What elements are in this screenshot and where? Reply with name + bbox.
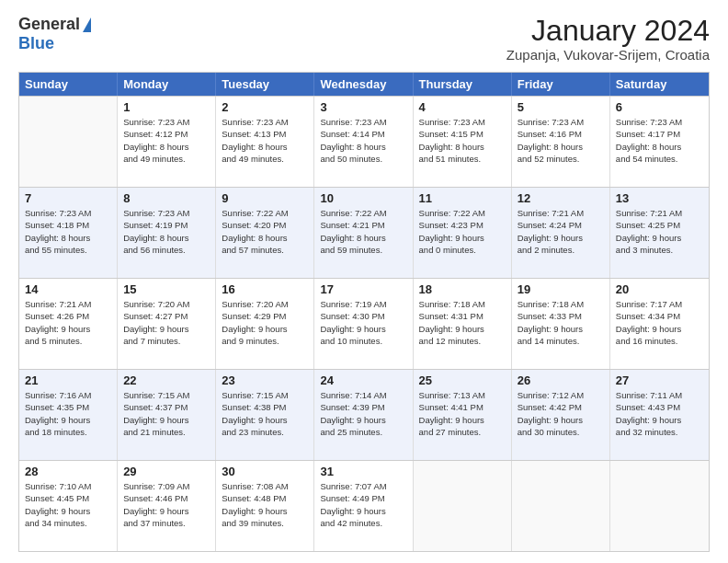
day-cell-11: 11Sunrise: 7:22 AM Sunset: 4:23 PM Dayli…	[414, 188, 512, 278]
day-info: Sunrise: 7:18 AM Sunset: 4:33 PM Dayligh…	[518, 298, 604, 347]
day-info: Sunrise: 7:15 AM Sunset: 4:37 PM Dayligh…	[123, 389, 210, 438]
day-cell-28: 28Sunrise: 7:10 AM Sunset: 4:45 PM Dayli…	[19, 461, 118, 551]
logo-blue-text: Blue	[18, 34, 54, 53]
day-number: 19	[518, 282, 604, 296]
empty-cell	[414, 461, 512, 551]
day-cell-27: 27Sunrise: 7:11 AM Sunset: 4:43 PM Dayli…	[610, 370, 709, 460]
header-cell-sunday: Sunday	[19, 73, 118, 96]
day-cell-21: 21Sunrise: 7:16 AM Sunset: 4:35 PM Dayli…	[19, 370, 118, 460]
calendar-row-5: 28Sunrise: 7:10 AM Sunset: 4:45 PM Dayli…	[19, 460, 709, 551]
day-info: Sunrise: 7:19 AM Sunset: 4:30 PM Dayligh…	[320, 298, 406, 347]
day-number: 22	[123, 373, 210, 387]
header-cell-tuesday: Tuesday	[216, 73, 314, 96]
day-info: Sunrise: 7:13 AM Sunset: 4:41 PM Dayligh…	[419, 389, 506, 438]
day-info: Sunrise: 7:23 AM Sunset: 4:15 PM Dayligh…	[419, 116, 506, 165]
page: General Blue January 2024 Zupanja, Vukov…	[0, 0, 728, 563]
day-cell-23: 23Sunrise: 7:15 AM Sunset: 4:38 PM Dayli…	[216, 370, 314, 460]
day-number: 25	[419, 373, 506, 387]
day-number: 31	[320, 465, 406, 478]
day-number: 23	[222, 373, 308, 387]
day-number: 12	[518, 191, 604, 205]
day-number: 20	[616, 282, 703, 296]
day-cell-14: 14Sunrise: 7:21 AM Sunset: 4:26 PM Dayli…	[19, 279, 118, 369]
day-number: 7	[25, 191, 111, 205]
day-number: 9	[222, 191, 308, 205]
logo-triangle-icon	[83, 17, 91, 32]
day-cell-25: 25Sunrise: 7:13 AM Sunset: 4:41 PM Dayli…	[414, 370, 512, 460]
day-info: Sunrise: 7:21 AM Sunset: 4:24 PM Dayligh…	[518, 207, 604, 256]
day-info: Sunrise: 7:12 AM Sunset: 4:42 PM Dayligh…	[518, 389, 604, 438]
day-cell-10: 10Sunrise: 7:22 AM Sunset: 4:21 PM Dayli…	[314, 188, 413, 278]
calendar-row-2: 7Sunrise: 7:23 AM Sunset: 4:18 PM Daylig…	[19, 187, 709, 278]
day-cell-16: 16Sunrise: 7:20 AM Sunset: 4:29 PM Dayli…	[216, 279, 314, 369]
day-info: Sunrise: 7:22 AM Sunset: 4:20 PM Dayligh…	[222, 207, 308, 256]
day-cell-12: 12Sunrise: 7:21 AM Sunset: 4:24 PM Dayli…	[512, 188, 610, 278]
day-info: Sunrise: 7:14 AM Sunset: 4:39 PM Dayligh…	[320, 389, 406, 438]
day-info: Sunrise: 7:10 AM Sunset: 4:45 PM Dayligh…	[25, 480, 111, 529]
day-info: Sunrise: 7:20 AM Sunset: 4:29 PM Dayligh…	[222, 298, 308, 347]
day-info: Sunrise: 7:22 AM Sunset: 4:23 PM Dayligh…	[419, 207, 506, 256]
day-number: 29	[123, 465, 210, 478]
day-info: Sunrise: 7:22 AM Sunset: 4:21 PM Dayligh…	[320, 207, 406, 256]
day-info: Sunrise: 7:16 AM Sunset: 4:35 PM Dayligh…	[25, 389, 111, 438]
day-number: 1	[123, 100, 210, 114]
calendar-body: 1Sunrise: 7:23 AM Sunset: 4:12 PM Daylig…	[19, 96, 709, 551]
day-number: 10	[320, 191, 406, 205]
day-cell-7: 7Sunrise: 7:23 AM Sunset: 4:18 PM Daylig…	[19, 188, 118, 278]
day-cell-17: 17Sunrise: 7:19 AM Sunset: 4:30 PM Dayli…	[314, 279, 413, 369]
day-cell-26: 26Sunrise: 7:12 AM Sunset: 4:42 PM Dayli…	[512, 370, 610, 460]
logo: General Blue	[18, 15, 91, 53]
calendar-row-4: 21Sunrise: 7:16 AM Sunset: 4:35 PM Dayli…	[19, 369, 709, 460]
day-info: Sunrise: 7:23 AM Sunset: 4:17 PM Dayligh…	[616, 116, 703, 165]
day-cell-24: 24Sunrise: 7:14 AM Sunset: 4:39 PM Dayli…	[314, 370, 413, 460]
day-cell-6: 6Sunrise: 7:23 AM Sunset: 4:17 PM Daylig…	[610, 97, 709, 187]
day-number: 17	[320, 282, 406, 296]
day-cell-2: 2Sunrise: 7:23 AM Sunset: 4:13 PM Daylig…	[216, 97, 314, 187]
day-number: 14	[25, 282, 111, 296]
day-info: Sunrise: 7:23 AM Sunset: 4:18 PM Dayligh…	[25, 207, 111, 256]
day-number: 18	[419, 282, 506, 296]
day-cell-5: 5Sunrise: 7:23 AM Sunset: 4:16 PM Daylig…	[512, 97, 610, 187]
day-number: 6	[616, 100, 703, 114]
day-cell-31: 31Sunrise: 7:07 AM Sunset: 4:49 PM Dayli…	[314, 461, 413, 551]
day-number: 8	[123, 191, 210, 205]
day-cell-20: 20Sunrise: 7:17 AM Sunset: 4:34 PM Dayli…	[610, 279, 709, 369]
day-info: Sunrise: 7:23 AM Sunset: 4:14 PM Dayligh…	[320, 116, 406, 165]
day-number: 30	[222, 465, 308, 478]
day-number: 16	[222, 282, 308, 296]
day-info: Sunrise: 7:11 AM Sunset: 4:43 PM Dayligh…	[616, 389, 703, 438]
day-cell-4: 4Sunrise: 7:23 AM Sunset: 4:15 PM Daylig…	[414, 97, 512, 187]
calendar-row-3: 14Sunrise: 7:21 AM Sunset: 4:26 PM Dayli…	[19, 278, 709, 369]
day-number: 2	[222, 100, 308, 114]
header: General Blue January 2024 Zupanja, Vukov…	[18, 15, 710, 63]
day-number: 21	[25, 373, 111, 387]
empty-cell	[512, 461, 610, 551]
day-info: Sunrise: 7:15 AM Sunset: 4:38 PM Dayligh…	[222, 389, 308, 438]
day-number: 3	[320, 100, 406, 114]
day-number: 26	[518, 373, 604, 387]
day-info: Sunrise: 7:21 AM Sunset: 4:25 PM Dayligh…	[616, 207, 703, 256]
day-info: Sunrise: 7:23 AM Sunset: 4:16 PM Dayligh…	[518, 116, 604, 165]
day-cell-18: 18Sunrise: 7:18 AM Sunset: 4:31 PM Dayli…	[414, 279, 512, 369]
header-cell-monday: Monday	[118, 73, 216, 96]
empty-cell	[19, 97, 118, 187]
day-number: 28	[25, 465, 111, 478]
header-cell-wednesday: Wednesday	[314, 73, 413, 96]
day-number: 24	[320, 373, 406, 387]
day-info: Sunrise: 7:07 AM Sunset: 4:49 PM Dayligh…	[320, 480, 406, 529]
calendar: SundayMondayTuesdayWednesdayThursdayFrid…	[18, 72, 710, 552]
day-cell-29: 29Sunrise: 7:09 AM Sunset: 4:46 PM Dayli…	[118, 461, 216, 551]
day-cell-15: 15Sunrise: 7:20 AM Sunset: 4:27 PM Dayli…	[118, 279, 216, 369]
day-number: 13	[616, 191, 703, 205]
day-cell-8: 8Sunrise: 7:23 AM Sunset: 4:19 PM Daylig…	[118, 188, 216, 278]
day-info: Sunrise: 7:23 AM Sunset: 4:13 PM Dayligh…	[222, 116, 308, 165]
header-cell-thursday: Thursday	[414, 73, 512, 96]
day-info: Sunrise: 7:20 AM Sunset: 4:27 PM Dayligh…	[123, 298, 210, 347]
day-number: 11	[419, 191, 506, 205]
day-cell-9: 9Sunrise: 7:22 AM Sunset: 4:20 PM Daylig…	[216, 188, 314, 278]
day-info: Sunrise: 7:21 AM Sunset: 4:26 PM Dayligh…	[25, 298, 111, 347]
title-section: January 2024 Zupanja, Vukovar-Srijem, Cr…	[506, 15, 710, 63]
empty-cell	[610, 461, 709, 551]
calendar-header: SundayMondayTuesdayWednesdayThursdayFrid…	[19, 73, 709, 96]
day-info: Sunrise: 7:09 AM Sunset: 4:46 PM Dayligh…	[123, 480, 210, 529]
